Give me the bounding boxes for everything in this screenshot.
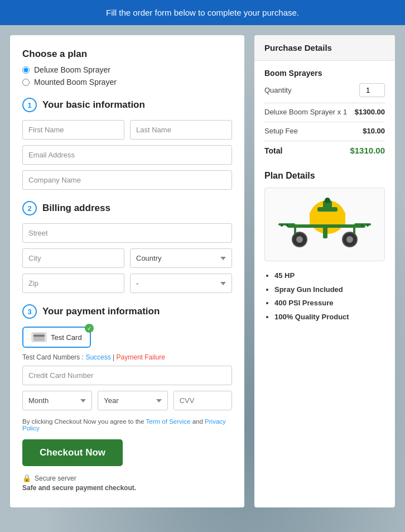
product-image [277,194,372,255]
feature-item: 400 PSI Pressure [274,296,385,310]
company-input[interactable] [22,170,232,190]
section1-number: 1 [22,98,37,112]
item-price: $1300.00 [355,108,385,116]
divider1 [264,103,385,103]
svg-rect-0 [33,333,45,341]
svg-point-15 [361,224,363,227]
section2-number: 2 [22,201,37,215]
test-card-success-link[interactable]: Success [85,353,110,361]
boom-sprayers-title: Boom Sprayers [264,69,385,78]
quantity-label: Quantity [264,86,291,94]
secure-info: 🔒 Secure server [22,474,232,482]
secure-sub: Safe and secure payment checkout. [22,484,232,492]
product-features-list: 45 HP Spray Gun Included 400 PSI Pressur… [264,269,385,324]
plan-label-mounted: Mounted Boom Sprayer [34,78,117,87]
divider3 [264,141,385,141]
svg-rect-1 [33,335,45,337]
zip-state-row: - [22,274,232,293]
section2-title: Billing address [42,203,110,214]
street-input[interactable] [22,223,232,243]
svg-rect-21 [323,227,327,238]
section3-header: 3 Your payment information [22,304,232,319]
top-banner: Fill the order form below to complete yo… [0,0,405,25]
test-card-failure-link[interactable]: Payment Failure [117,353,165,361]
city-country-row: Country [22,248,232,268]
plan-details-section: Plan Details [254,163,395,332]
cvv-wrapper [173,391,232,410]
banner-text: Fill the order form below to complete yo… [106,8,299,17]
card-icon [31,332,47,342]
terms-tos-link[interactable]: Term of Service [146,418,191,425]
country-select[interactable]: Country [130,248,232,268]
email-input[interactable] [22,145,232,165]
total-row: Total $1310.00 [264,146,385,155]
feature-item: 100% Quality Product [274,310,385,324]
plan-details-title: Plan Details [264,171,385,181]
svg-point-14 [286,224,288,227]
feature-item: Spray Gun Included [274,283,385,297]
purchase-body: Boom Sprayers Quantity Deluxe Boom Spray… [254,61,395,163]
card-selected-checkmark: ✓ [85,324,94,333]
section1-header: 1 Your basic information [22,98,232,112]
plan-option-deluxe[interactable]: Deluxe Boom Sprayer [22,65,232,74]
choose-plan-section: Choose a plan Deluxe Boom Sprayer Mounte… [22,49,232,87]
section3-number: 3 [22,304,37,319]
test-card-info: Test Card Numbers : Success | Payment Fa… [22,353,232,361]
setup-label: Setup Fee [264,127,298,135]
cc-number-input[interactable] [22,366,232,385]
section3-title: Your payment information [42,306,160,317]
svg-point-18 [296,236,303,243]
svg-rect-22 [317,207,338,212]
cvv-input[interactable] [174,391,232,410]
section2-header: 2 Billing address [22,201,232,215]
svg-point-20 [346,236,353,243]
checkout-button[interactable]: Checkout Now [22,439,123,466]
item-label: Deluxe Boom Sprayer x 1 [264,108,347,116]
svg-point-13 [281,224,283,227]
svg-point-16 [367,224,369,227]
terms-prefix: By clicking Checkout Now you agree to th… [22,418,146,425]
product-image-box [264,188,385,261]
card-options: Test Card ✓ [22,327,232,348]
purchase-details-title: Purchase Details [264,43,385,52]
company-row [22,170,232,190]
total-price: $1310.00 [350,146,385,155]
terms-connector: and [192,418,205,425]
card-label: Test Card [51,333,82,342]
section1-title: Your basic information [42,99,145,111]
first-name-input[interactable] [22,120,124,140]
total-label: Total [264,146,282,155]
quantity-input[interactable] [359,83,385,97]
zip-input[interactable] [22,274,124,293]
year-select[interactable]: Year 20242025202620272028 [98,391,167,410]
plan-radio-mounted[interactable] [22,79,30,86]
quantity-row: Quantity [264,83,385,97]
setup-price: $10.00 [363,127,385,135]
city-input[interactable] [22,248,124,268]
feature-item: 45 HP [274,269,385,283]
secure-label: Secure server [35,475,76,482]
right-panel: Purchase Details Boom Sprayers Quantity … [254,35,395,507]
street-row [22,223,232,243]
expiry-cvv-row: Month 01020304 05060708 09101112 Year 20… [22,391,232,410]
svg-point-7 [325,198,330,203]
last-name-input[interactable] [130,120,232,140]
test-card-label: Test Card Numbers : [22,353,85,361]
card-option-test[interactable]: Test Card ✓ [22,327,91,348]
cc-number-row [22,366,232,385]
terms-text: By clicking Checkout Now you agree to th… [22,418,232,432]
lock-icon: 🔒 [22,474,31,482]
name-row [22,120,232,140]
choose-plan-title: Choose a plan [22,49,232,60]
divider2 [264,122,385,122]
state-select[interactable]: - [130,274,232,293]
email-row [22,145,232,165]
plan-label-deluxe: Deluxe Boom Sprayer [34,65,110,74]
plan-option-mounted[interactable]: Mounted Boom Sprayer [22,78,232,87]
setup-row: Setup Fee $10.00 [264,127,385,135]
plan-radio-deluxe[interactable] [22,66,30,74]
month-select[interactable]: Month 01020304 05060708 09101112 [22,391,92,410]
item-row: Deluxe Boom Sprayer x 1 $1300.00 [264,108,385,116]
left-panel: Choose a plan Deluxe Boom Sprayer Mounte… [10,35,244,507]
purchase-details-header: Purchase Details [254,35,395,61]
